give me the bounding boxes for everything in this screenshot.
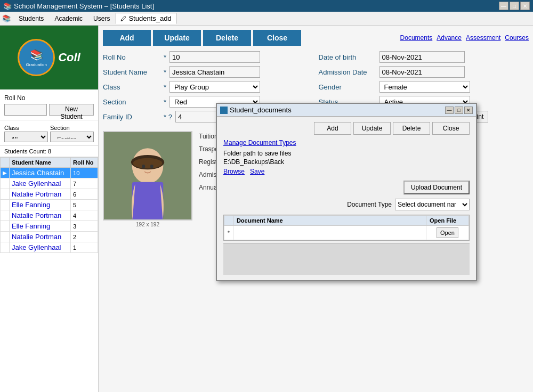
toolbar-buttons: Add Update Delete Close bbox=[103, 30, 301, 46]
popup-browse-links: Browse Save bbox=[223, 168, 470, 175]
doc-table-row: * Open bbox=[224, 226, 469, 240]
roll-no-cell[interactable]: 7 bbox=[71, 178, 98, 189]
manage-doc-types-link[interactable]: Manage Document Types bbox=[223, 139, 470, 146]
table-row[interactable]: Natalie Portman 2 bbox=[1, 232, 98, 242]
class-select[interactable]: Play Group bbox=[169, 81, 260, 93]
student-name-field[interactable] bbox=[169, 66, 260, 78]
row-indicator bbox=[1, 232, 10, 242]
table-row[interactable]: Elle Fanning 5 bbox=[1, 200, 98, 210]
student-name-cell[interactable]: Jessica Chastain bbox=[10, 168, 71, 178]
section-filter-select[interactable]: Section bbox=[50, 132, 94, 142]
advance-link[interactable]: Advance bbox=[437, 34, 462, 42]
roll-no-cell[interactable]: 1 bbox=[71, 242, 98, 253]
logo-text: Coll bbox=[58, 51, 80, 64]
roll-no-cell[interactable]: 5 bbox=[71, 200, 98, 210]
popup-title: Student_documents bbox=[230, 106, 292, 114]
col-student-name: Student Name bbox=[10, 158, 71, 168]
popup-minimize-btn[interactable]: — bbox=[445, 107, 454, 114]
update-button[interactable]: Update bbox=[153, 30, 201, 46]
menu-users[interactable]: Users bbox=[88, 13, 115, 24]
popup-update-button[interactable]: Update bbox=[353, 122, 391, 135]
save-link[interactable]: Save bbox=[250, 168, 264, 175]
student-name-cell[interactable]: Elle Fanning bbox=[10, 221, 71, 232]
table-row[interactable]: Jake Gyllenhaal 1 bbox=[1, 242, 98, 253]
student-name-cell[interactable]: Natalie Portman bbox=[10, 232, 71, 242]
student-documents-popup: Student_documents — □ ✕ Add Update Delet… bbox=[216, 103, 477, 281]
popup-add-button[interactable]: Add bbox=[314, 122, 351, 135]
row-indicator: ▶ bbox=[1, 168, 10, 178]
row-indicator bbox=[1, 178, 10, 189]
students-count: Students Count: 8 bbox=[0, 146, 98, 157]
class-filter-select[interactable]: All bbox=[4, 132, 48, 142]
table-row[interactable]: Natalie Portman 4 bbox=[1, 210, 98, 221]
gender-select[interactable]: Female bbox=[379, 81, 470, 93]
open-file-button[interactable]: Open bbox=[437, 227, 458, 238]
roll-no-cell[interactable]: 3 bbox=[71, 221, 98, 232]
documents-link[interactable]: Documents bbox=[400, 34, 433, 42]
browse-link[interactable]: Browse bbox=[223, 168, 245, 175]
assessment-link[interactable]: Assessment bbox=[466, 34, 500, 42]
main-window: 📚 Graduation Coll Roll No New Student Cl… bbox=[0, 26, 533, 392]
row-indicator bbox=[1, 189, 10, 200]
table-row[interactable]: Natalie Portman 6 bbox=[1, 189, 98, 200]
admission-date-field[interactable] bbox=[379, 66, 465, 78]
courses-link[interactable]: Courses bbox=[505, 34, 529, 42]
section-filter-label: Section bbox=[50, 125, 70, 131]
table-row[interactable]: ▶ Jessica Chastain 10 bbox=[1, 168, 98, 178]
student-name-cell[interactable]: Elle Fanning bbox=[10, 200, 71, 210]
roll-no-row: Roll No * bbox=[103, 51, 313, 63]
doc-name-cell[interactable] bbox=[233, 226, 426, 240]
roll-no-field[interactable] bbox=[169, 51, 260, 63]
dob-field[interactable] bbox=[379, 51, 465, 63]
minimize-button[interactable]: — bbox=[499, 2, 508, 10]
roll-no-cell[interactable]: 4 bbox=[71, 210, 98, 221]
col-doc-name: Document Name bbox=[233, 216, 426, 226]
gender-row: Gender Female bbox=[319, 81, 529, 93]
students-table: Student Name Roll No ▶ Jessica Chastain … bbox=[0, 157, 98, 392]
folder-path-label: Folder path to save files bbox=[223, 150, 470, 157]
student-name-row: Student Name * bbox=[103, 66, 313, 78]
delete-button[interactable]: Delete bbox=[203, 30, 251, 46]
col-roll-no: Roll No bbox=[71, 158, 98, 168]
popup-close-btn[interactable]: ✕ bbox=[464, 107, 473, 114]
popup-documents-table: Document Name Open File * Open bbox=[223, 215, 470, 241]
app-menu-icon: 📚 bbox=[2, 14, 11, 22]
close-button[interactable]: Close bbox=[253, 30, 301, 46]
roll-label: Roll No bbox=[4, 94, 25, 102]
popup-delete-button[interactable]: Delete bbox=[393, 122, 430, 135]
roll-input[interactable] bbox=[4, 104, 47, 116]
roll-no-label: Roll No bbox=[103, 53, 161, 61]
student-name-label: Student Name bbox=[103, 68, 161, 76]
family-id-field[interactable] bbox=[175, 111, 218, 123]
maximize-button[interactable]: □ bbox=[510, 2, 519, 10]
popup-body: Add Update Delete Close Manage Document … bbox=[217, 117, 476, 280]
menu-bar: 📚 Students Academic Users 🖊 Students_add bbox=[0, 12, 533, 26]
row-indicator bbox=[1, 210, 10, 221]
add-button[interactable]: Add bbox=[103, 30, 151, 46]
doc-type-label: Document Type bbox=[347, 201, 392, 208]
menu-students[interactable]: Students bbox=[14, 13, 49, 24]
doc-type-select[interactable]: Select document nar bbox=[395, 199, 470, 210]
window-controls: — □ ✕ bbox=[499, 2, 530, 10]
student-name-cell[interactable]: Jake Gyllenhaal bbox=[10, 242, 71, 253]
col-open-file: Open File bbox=[426, 216, 469, 226]
admission-date-label: Admission Date bbox=[319, 68, 377, 76]
student-name-cell[interactable]: Natalie Portman bbox=[10, 210, 71, 221]
upload-document-button[interactable]: Upload Document bbox=[403, 181, 470, 194]
menu-academic[interactable]: Academic bbox=[50, 13, 87, 24]
close-window-button[interactable]: ✕ bbox=[520, 2, 530, 10]
tab-students-add[interactable]: 🖊 Students_add bbox=[116, 13, 176, 24]
roll-no-cell[interactable]: 10 bbox=[71, 168, 98, 178]
new-student-button[interactable]: New Student bbox=[49, 104, 94, 116]
svg-point-6 bbox=[150, 165, 154, 168]
student-name-cell[interactable]: Jake Gyllenhaal bbox=[10, 178, 71, 189]
table-row[interactable]: Elle Fanning 3 bbox=[1, 221, 98, 232]
svg-point-5 bbox=[142, 165, 145, 168]
popup-close-button[interactable]: Close bbox=[432, 122, 470, 135]
roll-no-cell[interactable]: 2 bbox=[71, 232, 98, 242]
row-indicator bbox=[1, 200, 10, 210]
roll-no-cell[interactable]: 6 bbox=[71, 189, 98, 200]
popup-maximize-btn[interactable]: □ bbox=[455, 107, 463, 114]
table-row[interactable]: Jake Gyllenhaal 7 bbox=[1, 178, 98, 189]
student-name-cell[interactable]: Natalie Portman bbox=[10, 189, 71, 200]
